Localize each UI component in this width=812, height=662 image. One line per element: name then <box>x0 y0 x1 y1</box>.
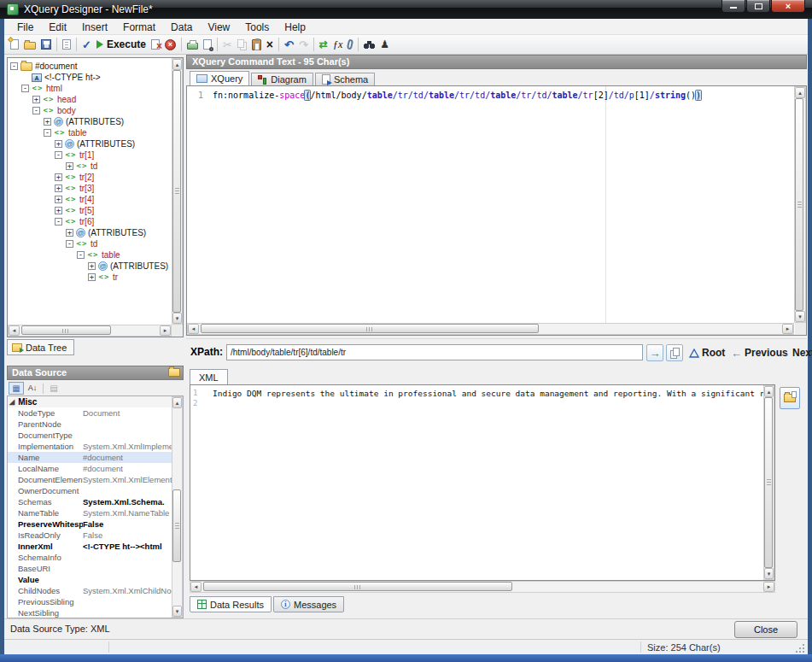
menu-item-help[interactable]: Help <box>277 20 313 35</box>
scroll-track[interactable] <box>764 397 774 568</box>
scroll-track[interactable] <box>172 70 182 313</box>
expand-toggle-icon[interactable]: + <box>55 207 62 214</box>
scroll-up-icon[interactable] <box>764 386 774 397</box>
run-report-button[interactable]: ♟ <box>377 36 392 53</box>
tree-node[interactable]: -<>table <box>8 249 171 261</box>
categorized-button[interactable]: ▦ <box>9 382 24 395</box>
alphabetical-sort-button[interactable]: A↓ <box>25 382 40 395</box>
scroll-track[interactable] <box>20 325 160 336</box>
property-row[interactable]: ImplementationSystem.Xml.XmlImplemen <box>8 441 172 452</box>
scroll-left-icon[interactable] <box>9 325 20 336</box>
scroll-right-icon[interactable] <box>782 324 793 334</box>
editor-hscrollbar[interactable] <box>187 323 794 335</box>
tree-node[interactable]: +<>tr[4] <box>8 194 171 205</box>
scroll-up-icon[interactable] <box>795 87 805 98</box>
save-file-button[interactable] <box>38 36 54 53</box>
expand-toggle-icon[interactable]: + <box>32 96 40 103</box>
delete-button[interactable]: × <box>264 36 276 53</box>
root-button[interactable]: Root <box>689 347 725 359</box>
collapse-toggle-icon[interactable]: - <box>32 107 40 114</box>
scroll-track[interactable] <box>795 98 805 311</box>
collapse-toggle-icon[interactable]: - <box>66 240 73 248</box>
scroll-left-icon[interactable] <box>190 582 202 592</box>
results-hscrollbar[interactable] <box>190 581 775 593</box>
collapse-toggle-icon[interactable]: - <box>77 251 85 259</box>
property-grid-scrollbar[interactable] <box>172 396 183 618</box>
validate-button[interactable]: ✓ <box>79 36 94 53</box>
tab-messages[interactable]: iMessages <box>273 596 344 612</box>
expand-toggle-icon[interactable]: + <box>55 196 62 203</box>
scroll-thumb[interactable] <box>172 70 181 313</box>
tree-hscrollbar[interactable] <box>8 325 172 337</box>
tree-node[interactable]: +@(ATTRIBUTES) <box>8 116 171 127</box>
property-row[interactable]: BaseURI <box>8 563 172 574</box>
xquery-editor[interactable]: 1 fn:normalize-space(/html/body/table/tr… <box>186 85 807 336</box>
scroll-thumb[interactable] <box>203 582 512 591</box>
tree-node[interactable]: -<>tr[6] <box>8 216 171 227</box>
scroll-track[interactable] <box>199 324 782 334</box>
property-row[interactable]: SchemasSystem.Xml.Schema. <box>8 496 172 507</box>
tree-node[interactable]: -<>table <box>8 127 171 138</box>
undo-button[interactable]: ↶ <box>282 36 296 53</box>
property-row[interactable]: IsReadOnlyFalse <box>8 530 172 541</box>
rename-button[interactable]: ⇄ <box>317 36 330 53</box>
property-row[interactable]: ChildNodesSystem.Xml.XmlChildNod <box>8 585 172 596</box>
menu-item-data[interactable]: Data <box>163 20 200 35</box>
expand-toggle-icon[interactable]: + <box>55 185 62 192</box>
tree-vscrollbar[interactable] <box>172 58 183 325</box>
scroll-down-icon[interactable] <box>764 568 774 579</box>
scroll-up-icon[interactable] <box>172 397 182 408</box>
property-row[interactable]: NodeTypeDocument <box>8 407 172 419</box>
menu-item-format[interactable]: Format <box>115 20 163 35</box>
category-collapse-icon[interactable]: ◢ <box>9 396 15 407</box>
scroll-left-icon[interactable] <box>188 324 199 334</box>
tree-node[interactable]: +@(ATTRIBUTES) <box>8 227 171 238</box>
property-row[interactable]: ParentNode <box>8 419 172 430</box>
property-row[interactable]: OwnerDocument <box>8 485 172 496</box>
tree-node[interactable]: -<>html <box>8 83 171 94</box>
property-row[interactable]: DocumentElementSystem.Xml.XmlElement <box>8 474 172 485</box>
view-source-button[interactable] <box>60 36 73 53</box>
tree-node[interactable]: +<>tr[5] <box>8 205 171 216</box>
find-button[interactable] <box>361 36 377 53</box>
close-window-button[interactable]: × <box>771 0 805 13</box>
tab-xquery[interactable]: XQuery <box>190 71 249 85</box>
tree-node[interactable]: +<>tr[3] <box>8 183 171 194</box>
paste-button[interactable] <box>249 36 264 53</box>
scroll-thumb[interactable] <box>795 98 803 311</box>
print-button[interactable] <box>184 36 201 53</box>
tree-node[interactable]: +<>tr <box>8 272 171 283</box>
print-preview-button[interactable] <box>201 36 214 53</box>
editor-vscrollbar[interactable] <box>794 86 806 323</box>
next-button[interactable]: → Next <box>779 347 812 359</box>
minimize-button[interactable] <box>721 0 745 13</box>
menu-item-file[interactable]: File <box>9 20 41 35</box>
expand-toggle-icon[interactable]: + <box>55 140 62 148</box>
property-row[interactable]: Value <box>8 574 172 585</box>
tree-node[interactable]: +<>td <box>8 161 171 172</box>
tab-data-results[interactable]: Data Results <box>190 596 272 612</box>
close-button[interactable]: Close <box>734 621 797 638</box>
property-row[interactable]: DocumentType <box>8 430 172 441</box>
expand-toggle-icon[interactable]: + <box>44 118 51 126</box>
maximize-button[interactable] <box>746 0 770 13</box>
results-area[interactable]: Indigo DQM represents the ultimate in pr… <box>190 384 775 581</box>
scroll-track[interactable] <box>202 582 763 592</box>
collapse-toggle-icon[interactable]: - <box>10 62 18 70</box>
tab-xml[interactable]: XML <box>190 369 228 384</box>
title-bar[interactable]: XQuery Designer - NewFile* × <box>0 0 812 19</box>
property-row[interactable]: PreserveWhitespacFalse <box>8 518 172 530</box>
open-file-button[interactable] <box>21 36 38 53</box>
scroll-down-icon[interactable] <box>795 311 805 322</box>
xpath-copy-button[interactable] <box>666 344 683 361</box>
property-row[interactable]: SchemaInfo <box>8 552 172 563</box>
collapse-toggle-icon[interactable]: - <box>21 85 29 92</box>
scroll-right-icon[interactable] <box>763 582 774 592</box>
expand-toggle-icon[interactable]: + <box>88 262 96 270</box>
property-row[interactable]: NextSibling <box>8 607 172 618</box>
tree-node[interactable]: +@(ATTRIBUTES) <box>8 261 171 272</box>
expand-toggle-icon[interactable]: + <box>88 273 96 281</box>
tree-node[interactable]: -<>td <box>8 238 171 249</box>
export-results-button[interactable] <box>780 387 800 409</box>
function-button[interactable]: ƒx <box>330 36 345 53</box>
